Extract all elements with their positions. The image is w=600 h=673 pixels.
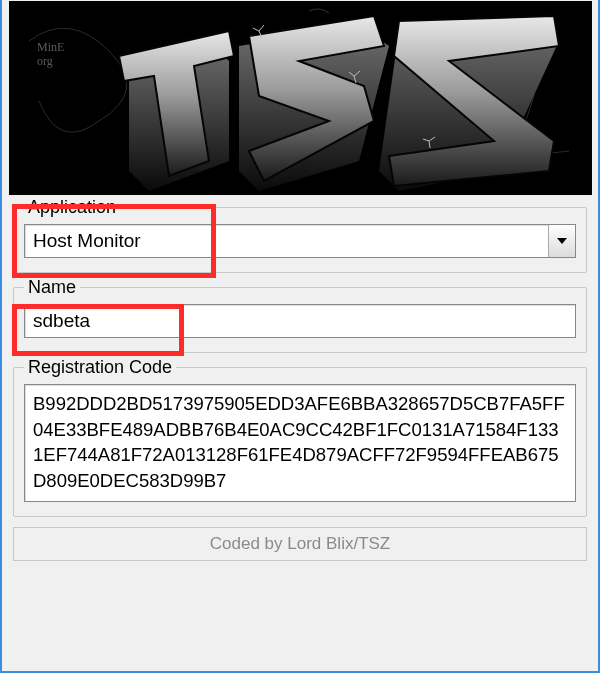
dropdown-button[interactable] <box>548 225 575 257</box>
legend-registration: Registration Code <box>24 357 176 378</box>
registration-code-output[interactable]: B992DDD2BD5173975905EDD3AFE6BBA328657D5C… <box>24 384 576 502</box>
legend-name: Name <box>24 277 80 298</box>
legend-application: Application <box>24 197 120 218</box>
keygen-window: MinE org Application Name <box>0 0 600 673</box>
svg-text:org: org <box>37 54 53 68</box>
chevron-down-icon <box>556 237 568 245</box>
footer-credit-text: Coded by Lord Blix/TSZ <box>210 534 390 554</box>
banner-logo: MinE org <box>9 1 592 195</box>
application-selected[interactable] <box>25 225 548 257</box>
name-input[interactable] <box>24 304 576 338</box>
svg-text:MinE: MinE <box>37 40 64 54</box>
fieldset-registration: Registration Code B992DDD2BD5173975905ED… <box>13 367 587 517</box>
svg-marker-5 <box>557 238 567 244</box>
footer-credit: Coded by Lord Blix/TSZ <box>13 527 587 561</box>
fieldset-name: Name <box>13 287 587 353</box>
application-combo[interactable] <box>24 224 576 258</box>
fieldset-application: Application <box>13 207 587 273</box>
form-area: Application Name Registration Code B992D… <box>3 195 597 517</box>
